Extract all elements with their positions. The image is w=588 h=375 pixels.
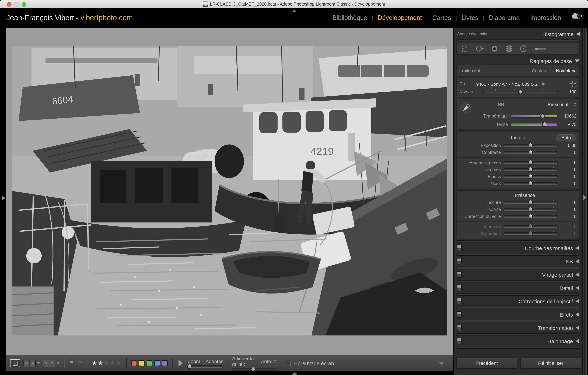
tint-value[interactable]: + 75 [560, 122, 577, 127]
panel-transform[interactable]: Transformation [456, 324, 580, 332]
panel-expand-arrow-icon[interactable] [576, 312, 579, 317]
profile-value[interactable]: 9460 - Sony A7 - N&B 009 S 2 [476, 81, 538, 87]
photo-canvas[interactable]: 6604 CH629 [12, 46, 447, 335]
histogram-panel-title[interactable]: Histogramme [543, 31, 574, 37]
grid-value[interactable]: Auto [261, 358, 271, 364]
color-label-green[interactable] [147, 360, 152, 366]
radial-filter-icon[interactable] [519, 44, 527, 53]
panel-expand-arrow-icon[interactable] [576, 259, 579, 264]
treatment-noir-blanc[interactable]: Noir/blanc [556, 68, 577, 73]
blacks-slider[interactable] [504, 182, 557, 185]
panel-lens-corrections[interactable]: Corrections de l'objectif [456, 297, 580, 305]
previous-button[interactable]: Précédent [456, 357, 517, 369]
close-window-button[interactable] [7, 2, 11, 7]
panel-toggle-switch-icon[interactable] [457, 338, 462, 344]
impromptu-slideshow-button[interactable] [179, 360, 183, 366]
dehaze-slider[interactable] [504, 215, 557, 218]
panel-split-toning[interactable]: Virage partiel [456, 270, 580, 279]
cloud-sync-alert-icon[interactable]: ! [571, 12, 582, 19]
blacks-value[interactable]: 0 [560, 181, 577, 186]
module-cartes[interactable]: Cartes [428, 14, 455, 22]
smart-preview-status[interactable]: Aperçu dynamique [457, 32, 491, 36]
dehaze-value[interactable]: 0 [560, 214, 577, 219]
shadows-slider[interactable] [504, 168, 557, 171]
temperature-value[interactable]: 10662 [560, 114, 577, 119]
panel-expand-arrow-icon[interactable] [576, 286, 579, 290]
highlights-value[interactable]: 0 [560, 160, 577, 165]
texture-value[interactable]: 0 [560, 200, 577, 205]
module-diaporama[interactable]: Diaporama [484, 14, 524, 22]
toolbar-options-chevron-icon[interactable] [439, 362, 444, 365]
zoom-slider[interactable] [188, 365, 223, 368]
basic-panel-header[interactable]: Réglages de base [456, 57, 580, 65]
basic-expand-arrow-icon[interactable] [575, 59, 580, 62]
panel-toggle-switch-icon[interactable] [457, 298, 462, 304]
wb-updown-icon[interactable] [574, 102, 577, 106]
minimize-window-button[interactable] [14, 2, 19, 7]
highlights-slider[interactable] [504, 161, 557, 164]
panel-detail[interactable]: Détail [456, 284, 580, 292]
panel-toggle-switch-icon[interactable] [457, 272, 462, 278]
texture-slider[interactable] [504, 201, 557, 204]
tint-slider[interactable] [511, 123, 557, 126]
red-eye-icon[interactable] [490, 44, 499, 53]
wb-value[interactable]: Personnal. [548, 102, 569, 107]
zoom-label[interactable]: Zoom [188, 358, 200, 364]
right-panel-grip[interactable] [582, 28, 587, 375]
shadows-value[interactable]: 0 [560, 167, 577, 172]
graduated-filter-icon[interactable] [505, 44, 513, 53]
left-panel-reveal-arrow-icon[interactable] [2, 195, 5, 201]
panel-toggle-switch-icon[interactable] [457, 258, 462, 264]
loupe-view-button[interactable] [10, 359, 20, 367]
treatment-couleur[interactable]: Couleur [532, 68, 548, 73]
exposure-slider[interactable] [504, 144, 557, 147]
amount-value[interactable]: 100 [560, 90, 577, 94]
panel-expand-arrow-icon[interactable] [576, 299, 579, 303]
wb-eyedropper[interactable] [460, 100, 473, 128]
survey-dropdown-icon[interactable] [57, 362, 60, 364]
histogram-collapsed-bar[interactable] [456, 39, 580, 41]
profile-browser-icon[interactable] [570, 81, 577, 87]
top-panel-collapse-arrow-icon[interactable] [292, 10, 297, 12]
temperature-slider[interactable] [511, 115, 557, 118]
panel-bw[interactable]: NB [456, 257, 580, 265]
soft-proof-label[interactable]: Epreuvage écran [294, 360, 334, 366]
whites-slider[interactable] [504, 175, 557, 178]
profile-updown-icon[interactable] [542, 82, 545, 86]
contrast-slider[interactable] [504, 151, 557, 154]
histogram-collapse-arrow-icon[interactable] [577, 32, 580, 36]
panel-effects[interactable]: Effets [456, 310, 580, 319]
panel-toggle-switch-icon[interactable] [457, 325, 462, 331]
module-livres[interactable]: Livres [457, 14, 483, 22]
right-panel-collapse-arrow-icon[interactable] [583, 195, 586, 200]
clarity-slider[interactable] [504, 208, 557, 211]
pick-flag-icon[interactable] [69, 360, 74, 366]
survey-view-button[interactable]: YY [43, 359, 55, 367]
panel-expand-arrow-icon[interactable] [576, 339, 579, 343]
module-bibliotheque[interactable]: Bibliothèque [328, 14, 372, 22]
clarity-value[interactable]: 0 [560, 207, 577, 212]
amount-slider[interactable] [483, 91, 557, 93]
panel-tone-curve[interactable]: Courbe des tonalités [456, 244, 580, 252]
color-label-yellow[interactable] [139, 360, 145, 366]
star-rating[interactable]: ★★★★★ [92, 359, 122, 367]
color-label-red[interactable] [131, 360, 137, 366]
panel-toggle-switch-icon[interactable] [457, 311, 462, 318]
panel-toggle-switch-icon[interactable] [457, 285, 462, 291]
color-label-purple[interactable] [162, 360, 168, 366]
soft-proof-checkbox[interactable] [286, 360, 291, 366]
fit-label[interactable]: Adapter [205, 358, 223, 364]
filmstrip-reveal-arrow-icon[interactable] [292, 372, 297, 375]
grid-slider[interactable] [232, 368, 276, 371]
module-impression[interactable]: Impression [526, 14, 566, 22]
panel-expand-arrow-icon[interactable] [576, 246, 579, 250]
crop-icon[interactable] [461, 44, 469, 53]
spot-removal-icon[interactable] [475, 44, 484, 53]
panel-expand-arrow-icon[interactable] [576, 326, 579, 330]
module-developpement[interactable]: Développement [373, 14, 426, 22]
panel-calibration[interactable]: Etalonnage [456, 337, 580, 345]
panel-expand-arrow-icon[interactable] [576, 273, 579, 277]
grid-updown-icon[interactable] [273, 359, 276, 363]
whites-value[interactable]: 0 [560, 174, 577, 179]
contrast-value[interactable]: 0 [560, 150, 577, 155]
